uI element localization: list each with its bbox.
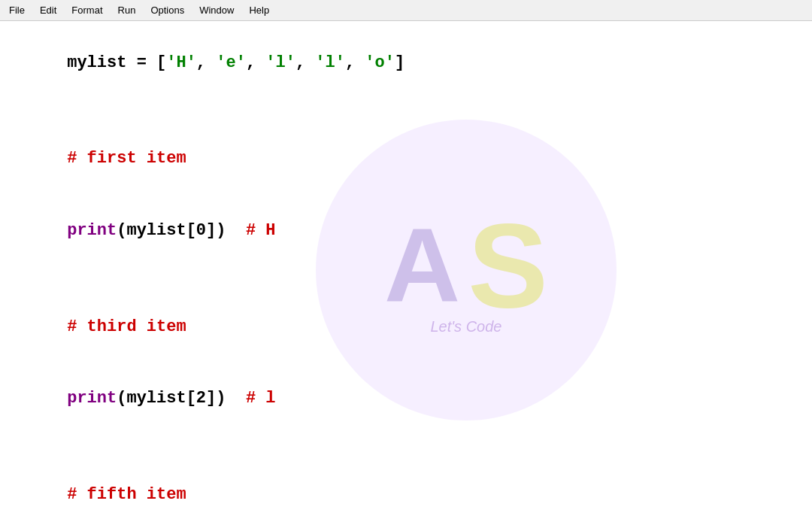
menu-edit[interactable]: Edit xyxy=(34,3,62,17)
menu-options[interactable]: Options xyxy=(144,3,190,17)
menu-format[interactable]: Format xyxy=(65,3,108,17)
blank-line-2 xyxy=(8,267,804,291)
code-line-print-2: print(mylist[2]) # l xyxy=(8,363,804,435)
menubar: File Edit Format Run Options Window Help xyxy=(0,0,812,21)
code-line-print-0: print(mylist[0]) # H xyxy=(8,195,804,267)
code-content: mylist = ['H', 'e', 'l', 'l', 'o'] # fir… xyxy=(0,21,812,519)
blank-line-1 xyxy=(8,99,804,123)
menu-run[interactable]: Run xyxy=(112,3,142,17)
comment-fifth-item: # fifth item xyxy=(8,459,804,519)
code-editor[interactable]: A S Let's Code mylist = ['H', 'e', 'l', … xyxy=(0,21,812,519)
menu-file[interactable]: File xyxy=(3,3,31,17)
code-line-mylist-assign: mylist = ['H', 'e', 'l', 'l', 'o'] xyxy=(8,27,804,99)
menu-help[interactable]: Help xyxy=(243,3,275,17)
comment-first-item: # first item xyxy=(8,123,804,196)
menu-window[interactable]: Window xyxy=(193,3,240,17)
comment-third-item: # third item xyxy=(8,291,804,363)
blank-line-3 xyxy=(8,435,804,459)
